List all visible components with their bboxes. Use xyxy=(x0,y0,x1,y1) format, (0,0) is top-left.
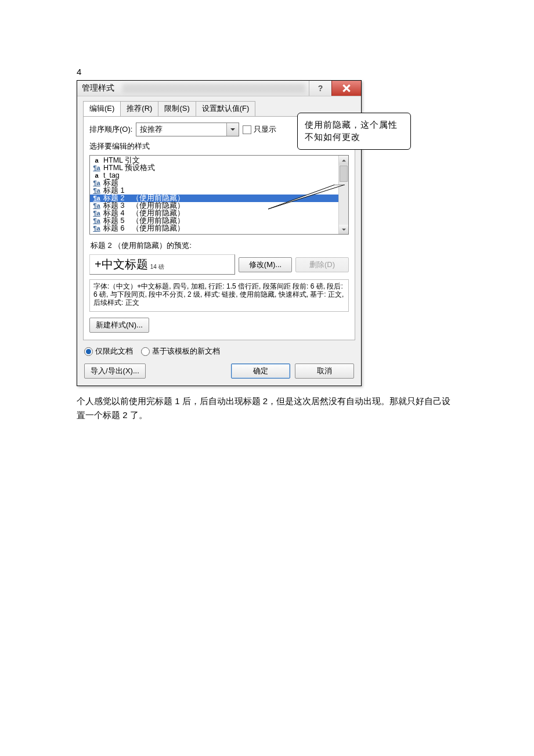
radio-template[interactable]: 基于该模板的新文档 xyxy=(141,346,220,357)
style-type-icon: ¶a xyxy=(92,195,101,202)
style-type-icon: ¶a xyxy=(92,217,101,225)
import-export-button[interactable]: 导入/导出(X)... xyxy=(84,363,146,379)
help-button[interactable]: ? xyxy=(309,81,331,96)
style-description: 字体:（中文）+中文标题, 四号, 加粗, 行距: 1.5 倍行距, 段落间距 … xyxy=(89,279,349,312)
document-paragraph: 个人感觉以前使用完标题 1 后，后自动出现标题 2，但是这次居然没有自动出现。那… xyxy=(77,394,454,422)
new-style-button[interactable]: 新建样式(N)... xyxy=(89,318,149,333)
preview-size-text: 14 磅 xyxy=(150,263,164,272)
style-type-icon: ¶a xyxy=(92,164,101,172)
style-type-icon: ¶a xyxy=(92,187,101,195)
close-icon xyxy=(342,84,351,92)
style-type-icon: ¶a xyxy=(92,225,101,232)
style-preview-box: +中文标题 14 磅 xyxy=(89,254,235,275)
style-type-icon: a xyxy=(92,157,101,164)
close-button[interactable] xyxy=(331,81,361,96)
style-type-icon: a xyxy=(92,172,101,179)
title-blur-area xyxy=(122,84,305,93)
scope-radio-group: 仅限此文档 基于该模板的新文档 xyxy=(84,346,354,357)
checkbox-box xyxy=(243,125,251,134)
ok-button[interactable]: 确定 xyxy=(231,363,290,379)
callout-pointer-icon xyxy=(268,185,361,231)
only-show-label: 只显示 xyxy=(254,124,276,135)
chevron-down-icon xyxy=(230,127,235,132)
radio-doc-only[interactable]: 仅限此文档 xyxy=(84,346,133,357)
modify-button[interactable]: 修改(M)... xyxy=(239,257,292,272)
radio-doc-only-label: 仅限此文档 xyxy=(95,346,133,357)
preview-label: 标题 2 （使用前隐藏）的预览: xyxy=(91,240,348,251)
dialog-title: 管理样式 xyxy=(77,83,119,93)
tab-edit[interactable]: 编辑(E) xyxy=(83,101,121,116)
combo-dropdown-button[interactable] xyxy=(226,123,239,136)
scroll-up-button[interactable] xyxy=(339,156,348,165)
style-type-icon: ¶a xyxy=(92,210,101,217)
style-list-item-label: 标题 6 （使用前隐藏） xyxy=(103,225,185,232)
tab-defaults[interactable]: 设置默认值(F) xyxy=(196,101,256,116)
radio-template-label: 基于该模板的新文档 xyxy=(152,346,220,357)
svg-marker-0 xyxy=(268,185,345,209)
sort-order-value: 按推荐 xyxy=(136,124,226,135)
cancel-button[interactable]: 取消 xyxy=(295,363,354,379)
only-show-checkbox[interactable]: 只显示 xyxy=(243,124,276,135)
annotation-callout: 使用前隐藏，这个属性不知如何更改 xyxy=(297,113,411,150)
radio-dot-icon xyxy=(84,347,93,356)
title-bar: 管理样式 ? xyxy=(77,81,361,96)
chevron-up-icon xyxy=(342,159,346,163)
style-type-icon: ¶a xyxy=(92,179,101,187)
tab-recommend[interactable]: 推荐(R) xyxy=(120,101,158,116)
tab-restrict[interactable]: 限制(S) xyxy=(158,101,196,116)
preview-main-text: +中文标题 xyxy=(95,257,148,272)
style-list-item[interactable]: ¶aHTML 预设格式 xyxy=(90,164,338,172)
page-number: 4 xyxy=(77,67,457,77)
sort-order-label: 排序顺序(O): xyxy=(89,124,132,135)
scrollbar-thumb[interactable] xyxy=(340,165,348,182)
radio-dot-icon xyxy=(141,347,150,356)
delete-button: 删除(D) xyxy=(295,257,349,272)
sort-order-combo[interactable]: 按推荐 xyxy=(136,123,239,136)
style-type-icon: ¶a xyxy=(92,202,101,210)
style-list-item[interactable]: at_tag xyxy=(90,172,338,179)
